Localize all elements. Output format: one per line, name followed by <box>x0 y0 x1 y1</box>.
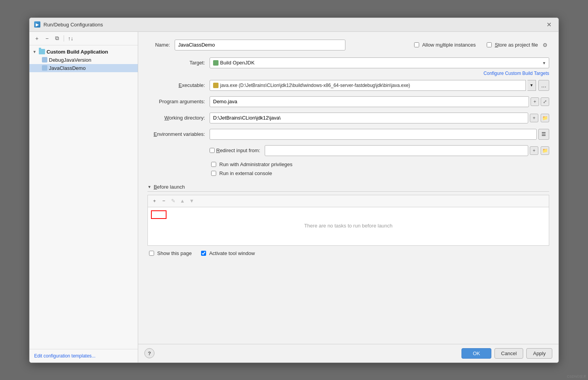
right-panel: Name: Allow multiple instances Store as … <box>138 32 559 363</box>
working-dir-browse-btn[interactable]: 📁 <box>541 114 549 122</box>
tree-item-java[interactable]: JavaClassDemo <box>29 64 138 72</box>
red-highlight-rect <box>151 210 167 219</box>
config-tree: ▼ Custom Build Application DebugJavaVers… <box>29 45 138 349</box>
content-area: + − ⧉ ↑↓ ▼ Custom Build Application Debu… <box>29 32 559 363</box>
working-dir-add-btn[interactable]: + <box>530 114 538 122</box>
run-admin-label: Run with Administrator privileges <box>219 161 293 167</box>
before-launch-toolbar: + − ✎ ▲ ▼ <box>147 195 549 207</box>
before-launch-label: Before launch <box>154 184 185 190</box>
tree-item-label: DebugJavaVersion <box>49 57 91 63</box>
add-config-button[interactable]: + <box>33 34 41 43</box>
configure-link-row: Configure Custom Build Targets <box>147 71 549 76</box>
prog-args-expand-btn[interactable]: ⤢ <box>541 97 549 106</box>
executable-value: java.exe (D:\JetBrains\CLion\jdk12\build… <box>220 83 410 88</box>
redirect-browse-btn[interactable]: 📁 <box>541 146 549 155</box>
redirect-checkbox[interactable] <box>210 148 215 153</box>
prog-args-row: Program arguments: + ⤢ <box>147 96 549 107</box>
sort-config-button[interactable]: ↑↓ <box>66 34 75 43</box>
show-page-label: Show this page <box>157 250 192 256</box>
remove-config-button[interactable]: − <box>43 34 51 43</box>
before-launch-collapse-arrow[interactable]: ▼ <box>147 185 151 189</box>
prog-args-add-btn[interactable]: + <box>531 97 539 106</box>
run-external-row: Run in external console <box>147 170 549 176</box>
redirect-label: Redirect input from: <box>216 147 260 153</box>
app-icon: ▶ <box>34 21 40 28</box>
env-vars-row: Environment variables: ☰ <box>147 129 549 140</box>
run-external-checkbox[interactable] <box>211 171 216 176</box>
before-launch-add-btn[interactable]: + <box>150 197 159 205</box>
tree-item-label-selected: JavaClassDemo <box>49 65 86 71</box>
tree-group-custom-build: ▼ Custom Build Application DebugJavaVers… <box>29 47 138 73</box>
toolbar-divider <box>64 35 64 42</box>
cancel-button[interactable]: Cancel <box>494 348 523 359</box>
target-control: Build OpenJDK ▼ <box>210 57 549 68</box>
env-vars-edit-btn[interactable]: ☰ <box>538 129 549 140</box>
before-launch-up-btn[interactable]: ▲ <box>178 197 187 205</box>
store-project-checkbox[interactable] <box>487 42 492 47</box>
allow-multiple-checkbox[interactable] <box>414 42 419 47</box>
name-row: Name: Allow multiple instances Store as … <box>147 40 549 50</box>
env-vars-input[interactable] <box>210 129 537 140</box>
run-admin-row: Run with Administrator privileges <box>147 161 549 167</box>
title-bar-left: ▶ Run/Debug Configurations <box>34 21 103 28</box>
prog-args-control: + ⤢ <box>210 96 549 107</box>
title-bar: ▶ Run/Debug Configurations ✕ <box>29 18 559 32</box>
prog-args-input[interactable] <box>210 96 529 107</box>
redirect-input-row: Redirect input from: + 📁 <box>147 145 549 156</box>
working-dir-row: Working directory: + 📁 <box>147 113 549 123</box>
config-icon-selected <box>42 65 47 71</box>
run-external-label: Run in external console <box>219 170 272 176</box>
redirect-add-btn[interactable]: + <box>530 146 538 155</box>
name-input[interactable] <box>175 40 345 50</box>
activate-tool-row: Activate tool window <box>201 250 255 256</box>
redirect-input[interactable] <box>265 145 528 156</box>
target-select[interactable]: Build OpenJDK <box>210 57 549 68</box>
target-select-wrapper: Build OpenJDK ▼ <box>210 57 549 68</box>
activate-tool-label: Activate tool window <box>209 250 255 256</box>
executable-browse-btn[interactable]: … <box>538 80 549 91</box>
show-page-row: Show this page <box>149 250 192 256</box>
help-button[interactable]: ? <box>144 348 154 358</box>
bottom-bar: ? OK Cancel Apply <box>138 344 559 363</box>
store-project-row: Store as project file ⚙ <box>487 42 548 48</box>
ok-button[interactable]: OK <box>461 348 491 359</box>
copy-config-button[interactable]: ⧉ <box>53 34 61 43</box>
apply-button[interactable]: Apply <box>526 348 552 359</box>
run-external-checkbox-row: Run in external console <box>211 170 272 176</box>
run-external-control: Run in external console <box>210 170 549 176</box>
configure-custom-build-link[interactable]: Configure Custom Build Targets <box>147 71 549 76</box>
top-checkboxes: Allow multiple instances Store as projec… <box>413 42 549 48</box>
target-value: Build OpenJDK <box>220 60 255 66</box>
edit-templates-link[interactable]: Edit configuration templates... <box>29 349 138 363</box>
tree-item-debug[interactable]: DebugJavaVersion <box>29 56 138 64</box>
executable-dropdown-btn[interactable]: ▼ <box>527 80 536 91</box>
run-admin-checkbox[interactable] <box>211 162 216 167</box>
run-debug-dialog: ▶ Run/Debug Configurations ✕ + − ⧉ ↑↓ ▼ … <box>29 17 559 363</box>
working-dir-input[interactable] <box>210 113 528 123</box>
group-label: Custom Build Application <box>47 49 108 55</box>
before-launch-edit-btn[interactable]: ✎ <box>169 197 177 205</box>
run-admin-control: Run with Administrator privileges <box>210 161 549 167</box>
before-launch-header: ▼ Before launch <box>147 182 549 192</box>
exec-file-icon <box>213 83 219 88</box>
target-label: Target: <box>147 60 210 66</box>
before-launch-remove-btn[interactable]: − <box>160 197 168 205</box>
gear-icon[interactable]: ⚙ <box>543 42 548 48</box>
tree-group-header[interactable]: ▼ Custom Build Application <box>29 48 138 56</box>
allow-multiple-label: Allow multiple instances <box>422 42 476 48</box>
tree-expand-arrow: ▼ <box>33 50 37 54</box>
env-vars-label: Environment variables: <box>147 131 210 137</box>
before-launch-down-btn[interactable]: ▼ <box>187 197 196 205</box>
before-launch-section: ▼ Before launch + − ✎ ▲ ▼ There are no t… <box>147 182 549 246</box>
activate-tool-checkbox[interactable] <box>201 251 206 256</box>
executable-control: java.exe (D:\JetBrains\CLion\jdk12\build… <box>210 80 549 91</box>
store-project-label: Store as project file <box>495 42 538 48</box>
executable-display: java.exe (D:\JetBrains\CLion\jdk12\build… <box>210 80 526 91</box>
close-button[interactable]: ✕ <box>544 20 554 29</box>
allow-multiple-row: Allow multiple instances <box>414 42 476 48</box>
left-toolbar: + − ⧉ ↑↓ <box>29 32 138 45</box>
show-page-checkbox[interactable] <box>149 251 154 256</box>
executable-label: Executable: <box>147 82 210 88</box>
env-vars-control: ☰ <box>210 129 549 140</box>
config-icon <box>42 57 47 62</box>
